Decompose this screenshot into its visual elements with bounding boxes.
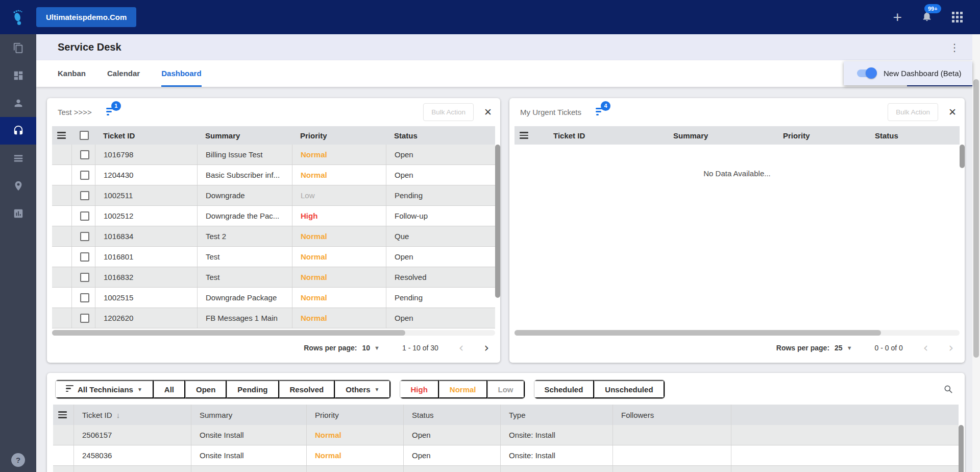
row-checkbox[interactable] xyxy=(80,191,89,200)
col-ticket-id[interactable]: Ticket ID xyxy=(545,126,665,145)
sidebar-item-service-desk[interactable] xyxy=(0,117,36,145)
horizontal-scrollbar[interactable] xyxy=(52,330,495,336)
table-row[interactable]: 2506157 Onsite Install Normal Open Onsit… xyxy=(53,425,959,445)
col-priority[interactable]: Priority xyxy=(292,126,386,145)
new-dashboard-toggle[interactable] xyxy=(857,69,875,77)
cell-summary: Downgrade xyxy=(197,185,292,205)
row-checkbox[interactable] xyxy=(80,232,89,241)
search-icon[interactable] xyxy=(943,384,953,396)
table-row[interactable]: 2352781 Onsite Install Normal Open Onsit… xyxy=(53,466,959,472)
apps-grid-icon[interactable] xyxy=(952,12,963,22)
select-all-checkbox[interactable] xyxy=(80,131,89,140)
col-status[interactable]: Status xyxy=(867,126,960,145)
cell-status: Open xyxy=(386,308,495,328)
rows-per-page-value[interactable]: 25 xyxy=(835,344,843,352)
col-followers[interactable]: Followers xyxy=(612,405,731,425)
prev-page-button[interactable]: ‹ xyxy=(923,342,928,354)
table-row[interactable]: 1016798 Billing Issue Test Normal Open xyxy=(52,145,495,165)
column-menu-icon[interactable] xyxy=(520,132,528,139)
next-page-button[interactable]: › xyxy=(948,342,953,354)
table-row[interactable]: 1002512 Downgrade the Pac... High Follow… xyxy=(52,206,495,226)
cell-ticket-id: 1204430 xyxy=(95,165,197,185)
page-scrollbar[interactable] xyxy=(972,34,980,472)
horizontal-scrollbar[interactable] xyxy=(514,330,960,336)
col-ticket-id[interactable]: Ticket ID xyxy=(95,126,197,145)
filter-open-button[interactable]: Open xyxy=(185,380,227,398)
tab-dashboard[interactable]: Dashboard xyxy=(161,69,201,87)
col-status[interactable]: Status xyxy=(403,405,500,425)
col-status[interactable]: Status xyxy=(386,126,495,145)
table-row[interactable]: 1202620 FB Messages 1 Main Normal Open xyxy=(52,308,495,328)
filter-pending-button[interactable]: Pending xyxy=(227,380,279,398)
panel-urgent-filter-button[interactable]: 4 xyxy=(596,108,604,117)
cell-priority: Normal xyxy=(292,247,386,267)
bulk-action-button[interactable]: Bulk Action xyxy=(423,103,474,121)
tab-kanban[interactable]: Kanban xyxy=(58,69,86,87)
close-icon[interactable]: ✕ xyxy=(948,106,957,118)
col-ticket-id[interactable]: Ticket ID↓ xyxy=(74,405,191,425)
col-summary[interactable]: Summary xyxy=(665,126,775,145)
table-row[interactable]: 1016832 Test Normal Resolved xyxy=(52,267,495,288)
row-checkbox[interactable] xyxy=(80,252,89,262)
filter-all-button[interactable]: All xyxy=(154,380,185,398)
kebab-menu-icon[interactable]: ⋮ xyxy=(949,44,960,51)
column-menu-icon[interactable] xyxy=(58,411,67,418)
filter-high-button[interactable]: High xyxy=(400,380,438,398)
help-icon[interactable]: ? xyxy=(11,453,25,467)
col-priority[interactable]: Priority xyxy=(775,126,867,145)
row-checkbox[interactable] xyxy=(80,293,89,302)
col-summary[interactable]: Summary xyxy=(197,126,292,145)
cell-type: Onsite: Install xyxy=(500,425,612,445)
sidebar-item-lists[interactable] xyxy=(0,145,36,172)
sidebar-item-contacts[interactable] xyxy=(0,89,36,117)
vertical-scrollbar[interactable] xyxy=(495,145,500,328)
table-row[interactable]: 2458036 Onsite Install Normal Open Onsit… xyxy=(53,445,959,466)
row-checkbox[interactable] xyxy=(80,314,89,323)
visp-logo[interactable] xyxy=(0,9,36,26)
technicians-filter-button[interactable]: All Technicians ▼ xyxy=(56,380,154,398)
cell-summary: Basic Subscriber inf... xyxy=(197,165,292,185)
filter-low-button[interactable]: Low xyxy=(487,380,525,398)
bulk-action-button[interactable]: Bulk Action xyxy=(888,103,938,121)
tab-calendar[interactable]: Calendar xyxy=(107,69,140,87)
notifications-button[interactable]: 99+ xyxy=(921,10,933,25)
chevron-down-icon[interactable]: ▼ xyxy=(847,345,852,351)
panel-test-filter-button[interactable]: 1 xyxy=(106,108,115,117)
table-row[interactable]: 1016801 Test Normal Open xyxy=(52,247,495,267)
rows-per-page-value[interactable]: 10 xyxy=(362,344,370,352)
table-row[interactable]: 1204430 Basic Subscriber inf... Normal O… xyxy=(52,165,495,185)
company-button[interactable]: Ultimateispdemo.Com xyxy=(36,7,136,27)
prev-page-button[interactable]: ‹ xyxy=(459,342,464,354)
col-priority[interactable]: Priority xyxy=(306,405,403,425)
filter-others-button[interactable]: Others ▼ xyxy=(335,380,390,398)
filter-resolved-button[interactable]: Resolved xyxy=(279,380,335,398)
sidebar-item-subscribers[interactable] xyxy=(0,34,36,62)
bar-chart-icon xyxy=(13,208,24,219)
table-row[interactable]: 1002511 Downgrade Low Pending xyxy=(52,185,495,206)
chevron-down-icon[interactable]: ▼ xyxy=(374,345,380,351)
sidebar-item-dashboard[interactable] xyxy=(0,62,36,89)
next-page-button[interactable]: › xyxy=(484,342,489,354)
table-row[interactable]: 1016834 Test 2 Normal Que xyxy=(52,226,495,247)
col-type[interactable]: Type xyxy=(500,405,612,425)
col-summary[interactable]: Summary xyxy=(191,405,306,425)
row-checkbox[interactable] xyxy=(80,150,89,159)
row-checkbox[interactable] xyxy=(80,211,89,221)
vertical-scrollbar[interactable] xyxy=(959,425,964,472)
close-icon[interactable]: ✕ xyxy=(484,106,492,118)
row-checkbox[interactable] xyxy=(80,171,89,180)
filter-scheduled-button[interactable]: Scheduled xyxy=(534,380,595,398)
all-tickets-table: Ticket ID↓ Summary Priority Status Type … xyxy=(53,405,959,472)
vertical-scrollbar[interactable] xyxy=(960,145,965,328)
cell-status: Open xyxy=(403,425,500,445)
add-icon[interactable]: + xyxy=(893,10,902,25)
sort-desc-icon: ↓ xyxy=(116,411,120,419)
table-row[interactable]: 1002515 Downgrade Package Normal Pending xyxy=(52,288,495,308)
table-header-row: Ticket ID Summary Priority Status xyxy=(514,126,960,145)
column-menu-icon[interactable] xyxy=(57,132,66,139)
filter-unscheduled-button[interactable]: Unscheduled xyxy=(594,380,664,398)
filter-normal-button[interactable]: Normal xyxy=(439,380,487,398)
sidebar-item-reports[interactable] xyxy=(0,200,36,227)
sidebar-item-map[interactable] xyxy=(0,172,36,200)
row-checkbox[interactable] xyxy=(80,273,89,282)
